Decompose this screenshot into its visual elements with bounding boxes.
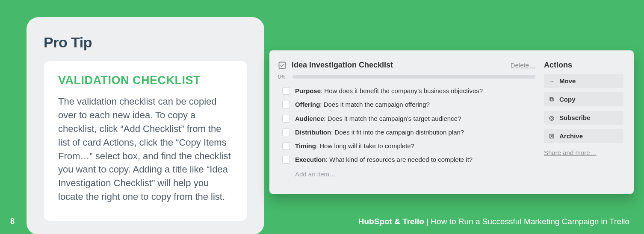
share-and-more-link[interactable]: Share and more… (544, 149, 623, 156)
actions-panel: Actions →Move⧉Copy◎Subscribe☒Archive Sha… (544, 61, 623, 185)
checklist-header: Idea Investigation Checklist Delete… (278, 61, 535, 70)
pro-tip-body-card: VALIDATION CHECKLIST The validation chec… (44, 61, 247, 221)
progress-row: 0% (278, 74, 535, 80)
checkbox[interactable] (282, 87, 290, 95)
checkbox[interactable] (282, 142, 290, 150)
checklist-item[interactable]: Audience: Does it match the campaign’s t… (278, 112, 535, 126)
checklist-item-text: Audience: Does it match the campaign’s t… (295, 114, 535, 123)
checklist-item-text: Distribution: Does it fit into the campa… (295, 128, 535, 137)
action-copy-button[interactable]: ⧉Copy (544, 92, 623, 106)
action-label: Subscribe (559, 114, 591, 121)
action-label: Move (559, 77, 576, 85)
add-item-button[interactable]: Add an item… (278, 167, 535, 178)
action-subscribe-button[interactable]: ◎Subscribe (544, 111, 623, 125)
footer-sep: | (424, 217, 431, 226)
checklist-item-text: Execution: What kind of resources are ne… (295, 155, 535, 164)
checklist-item-desc: : Does it match the campaign’s target au… (324, 115, 461, 122)
checklist-item[interactable]: Offering: Does it match the campaign off… (278, 98, 535, 111)
pro-tip-body-text: The validation checklist can be copied o… (58, 95, 233, 204)
checklist-item-desc: : Does it match the campaign offering? (320, 101, 430, 108)
checklist-item-desc: : What kind of resources are needed to c… (326, 156, 473, 163)
footer-text: HubSpot & Trello | How to Run a Successf… (358, 217, 629, 226)
checklist-item-label: Audience (295, 115, 324, 122)
checklist-item-label: Execution (295, 156, 326, 163)
checklist-title[interactable]: Idea Investigation Checklist (292, 61, 505, 70)
progress-percent: 0% (278, 74, 288, 80)
checklist-item-desc: : How long will it take to complete? (316, 142, 414, 149)
pro-tip-heading: Pro Tip (44, 34, 247, 51)
checklist-item-label: Timing (295, 142, 316, 149)
move-icon: → (548, 78, 555, 85)
archive-icon: ☒ (548, 133, 555, 140)
checklist-item-label: Distribution (295, 129, 331, 136)
footer-title: How to Run a Successful Marketing Campai… (431, 217, 629, 226)
validation-checklist-heading: VALIDATION CHECKLIST (58, 74, 233, 87)
footer-brand: HubSpot & Trello (358, 217, 424, 226)
checkbox[interactable] (282, 129, 290, 136)
checklist-item-label: Offering (295, 101, 320, 108)
actions-heading: Actions (544, 61, 623, 70)
checklist-item-text: Offering: Does it match the campaign off… (295, 100, 535, 109)
checklist-item[interactable]: Timing: How long will it take to complet… (278, 139, 535, 153)
action-move-button[interactable]: →Move (544, 74, 623, 88)
action-label: Copy (559, 96, 576, 103)
checkbox[interactable] (282, 101, 290, 108)
pro-tip-card: Pro Tip VALIDATION CHECKLIST The validat… (27, 17, 264, 234)
checklist-panel: Idea Investigation Checklist Delete… 0% … (278, 61, 544, 185)
checklist-item-text: Purpose: How does it benefit the company… (295, 87, 535, 95)
checkbox[interactable] (282, 156, 290, 164)
trello-checklist-panel: Idea Investigation Checklist Delete… 0% … (269, 50, 634, 194)
checklist-item[interactable]: Distribution: Does it fit into the campa… (278, 126, 535, 139)
page-number: 8 (10, 217, 15, 226)
action-label: Archive (559, 132, 583, 140)
checkbox[interactable] (282, 115, 290, 123)
progress-bar (292, 75, 535, 79)
action-archive-button[interactable]: ☒Archive (544, 129, 623, 143)
checklist-item-desc: : Does it fit into the campaign distribu… (331, 129, 464, 136)
checklist-item-label: Purpose (295, 87, 321, 94)
checklist-item-text: Timing: How long will it take to complet… (295, 142, 535, 150)
checklist-item[interactable]: Purpose: How does it benefit the company… (278, 84, 535, 98)
checklist-item-desc: : How does it benefit the company’s busi… (321, 87, 483, 94)
subscribe-icon: ◎ (548, 114, 555, 121)
copy-icon: ⧉ (548, 96, 555, 103)
checklist-item[interactable]: Execution: What kind of resources are ne… (278, 153, 535, 167)
checklist-icon (278, 61, 287, 70)
delete-checklist-link[interactable]: Delete… (511, 61, 535, 69)
checklist-items: Purpose: How does it benefit the company… (278, 84, 535, 167)
